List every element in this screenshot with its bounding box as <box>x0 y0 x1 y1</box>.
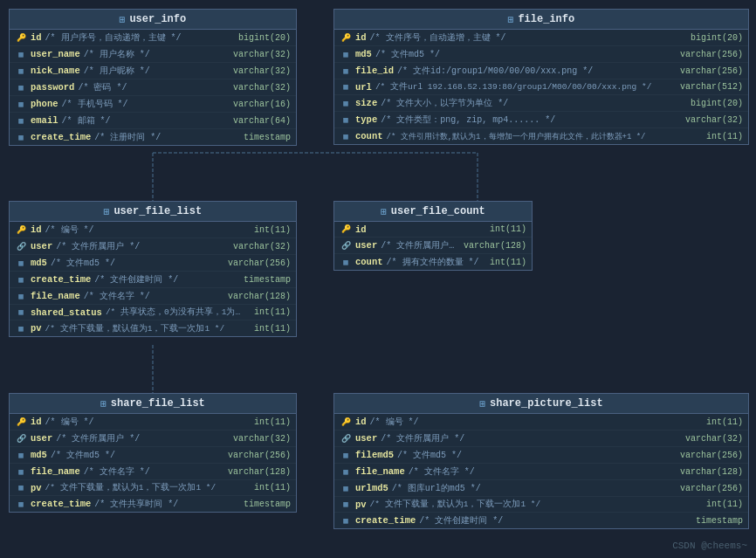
table-row: ▦ user_name /* 用户名称 */ varchar(32) <box>10 46 296 63</box>
table-share-picture-list-header: ⊞ share_picture_list <box>334 394 748 414</box>
table-row: ▦ url /* 文件url 192.168.52.139:80/group1/… <box>334 79 748 95</box>
table-title: share_picture_list <box>490 397 603 410</box>
col-icon: ▦ <box>15 49 27 59</box>
table-title: user_file_count <box>391 205 485 217</box>
col-icon: ▦ <box>340 49 352 59</box>
table-header-icon: ⊞ <box>381 206 387 217</box>
table-row: ▦ count /* 文件引用计数,默认为1，每增加一个用户拥有此文件，此计数器… <box>334 128 748 144</box>
table-header-icon: ⊞ <box>104 206 110 217</box>
table-header-icon: ⊞ <box>100 398 107 410</box>
table-row: 🔑 id /* 编号 */ int(11) <box>10 414 296 431</box>
table-header-icon: ⊞ <box>120 14 126 25</box>
col-icon: ▦ <box>340 257 352 267</box>
table-share-picture-list: ⊞ share_picture_list 🔑 id /* 编号 */ int(1… <box>333 393 749 529</box>
col-icon: ▦ <box>340 483 352 493</box>
table-file-info: ⊞ file_info 🔑 id /* 文件序号，自动递增，主键 */ bigi… <box>333 9 749 145</box>
col-icon: ▦ <box>15 483 27 493</box>
col-icon: ▦ <box>340 466 352 477</box>
table-share-file-list-header: ⊞ share_file_list <box>10 394 296 414</box>
table-row: ▦ pv /* 文件下载量，默认为1，下载一次加1 */ int(11) <box>334 497 748 513</box>
table-header-icon: ⊞ <box>508 14 514 25</box>
pk-icon: 🔑 <box>15 32 27 43</box>
pk-icon: 🔑 <box>15 224 27 235</box>
col-icon: ▦ <box>15 499 27 509</box>
pk-icon: 🔑 <box>340 32 352 43</box>
col-icon: ▦ <box>15 115 27 126</box>
col-icon: ▦ <box>15 323 27 334</box>
fk-icon: 🔗 <box>340 240 352 251</box>
table-title: user_file_list <box>113 205 202 217</box>
col-icon: ▦ <box>340 98 352 108</box>
table-row: ▦ password /* 密码 */ varchar(32) <box>10 79 296 96</box>
col-icon: ▦ <box>15 450 27 460</box>
table-row: ▦ file_name /* 文件名字 */ varchar(128) <box>10 464 296 480</box>
table-row: ▦ urlmd5 /* 图库url的md5 */ varchar(256) <box>334 480 748 497</box>
pk-icon: 🔑 <box>340 417 352 427</box>
col-icon: ▦ <box>15 307 27 318</box>
table-row: ▦ size /* 文件大小，以字节为单位 */ bigint(20) <box>334 95 748 112</box>
col-icon: ▦ <box>15 291 27 301</box>
table-row: ▦ filemd5 /* 文件md5 */ varchar(256) <box>334 447 748 464</box>
table-user-file-count-header: ⊞ user_file_count <box>334 202 532 222</box>
col-icon: ▦ <box>15 132 27 142</box>
fk-icon: 🔗 <box>15 241 27 251</box>
table-row: ▦ count /* 拥有文件的数量 */ int(11) <box>334 254 532 270</box>
table-row: 🔑 id /* 编号 */ int(11) <box>10 222 296 238</box>
table-file-info-header: ⊞ file_info <box>334 10 748 30</box>
col-icon: ▦ <box>340 450 352 460</box>
fk-icon: 🔗 <box>340 433 352 444</box>
table-title: user_info <box>129 13 186 25</box>
table-user-file-list-header: ⊞ user_file_list <box>10 202 296 222</box>
col-icon: ▦ <box>340 515 352 526</box>
table-row: ▦ create_time /* 文件创建时间 */ timestamp <box>10 272 296 288</box>
table-row: 🔗 user /* 文件所属用户 */ varchar(128) <box>334 238 532 254</box>
table-row: ▦ pv /* 文件下载量，默认值为1，下载一次加1 */ int(11) <box>10 320 296 336</box>
table-row: ▦ md5 /* 文件md5 */ varchar(256) <box>10 255 296 272</box>
col-icon: ▦ <box>15 466 27 477</box>
col-icon: ▦ <box>15 258 27 268</box>
table-row: ▦ md5 /* 文件md5 */ varchar(256) <box>334 46 748 63</box>
table-user-info-header: ⊞ user_info <box>10 10 296 30</box>
table-row: ▦ create_time /* 文件共享时间 */ timestamp <box>10 496 296 512</box>
table-user-file-count: ⊞ user_file_count 🔑 id int(11) 🔗 user /*… <box>333 201 533 271</box>
col-icon: ▦ <box>340 65 352 76</box>
table-row: ▦ phone /* 手机号码 */ varchar(16) <box>10 96 296 113</box>
table-row: ▦ file_name /* 文件名字 */ varchar(128) <box>334 464 748 480</box>
table-row: ▦ create_time /* 文件创建时间 */ timestamp <box>334 513 748 528</box>
table-row: 🔑 id /* 文件序号，自动递增，主键 */ bigint(20) <box>334 30 748 46</box>
col-icon: ▦ <box>15 274 27 285</box>
table-row: ▦ create_time /* 注册时间 */ timestamp <box>10 129 296 145</box>
table-title: file_info <box>518 13 574 25</box>
table-row: ▦ file_id /* 文件id:/group1/M00/00/00/xxx.… <box>334 63 748 79</box>
table-row: 🔑 id int(11) <box>334 222 532 238</box>
col-icon: ▦ <box>15 99 27 109</box>
table-row: 🔗 user /* 文件所属用户 */ varchar(32) <box>10 238 296 255</box>
table-row: ▦ file_name /* 文件名字 */ varchar(128) <box>10 288 296 305</box>
watermark: CSDN @cheems~ <box>672 541 747 551</box>
table-user-file-list: ⊞ user_file_list 🔑 id /* 编号 */ int(11) 🔗… <box>9 201 297 337</box>
pk-icon: 🔑 <box>15 417 27 427</box>
table-row: 🔗 user /* 文件所属用户 */ varchar(32) <box>334 431 748 447</box>
col-icon: ▦ <box>15 65 27 76</box>
col-icon: ▦ <box>340 131 352 141</box>
col-icon: ▦ <box>340 82 352 93</box>
table-header-icon: ⊞ <box>479 398 485 410</box>
table-row: ▦ md5 /* 文件md5 */ varchar(256) <box>10 447 296 464</box>
table-row: ▦ shared_status /* 共享状态，0为没有共享，1为共享 */ i… <box>10 305 296 320</box>
pk-icon: 🔑 <box>340 224 352 235</box>
table-title: share_file_list <box>111 397 205 410</box>
col-icon: ▦ <box>15 82 27 93</box>
col-icon: ▦ <box>340 499 352 510</box>
col-icon: ▦ <box>340 114 352 125</box>
table-row: ▦ pv /* 文件下载量，默认为1，下载一次加1 */ int(11) <box>10 480 296 496</box>
table-row: 🔑 id /* 用户序号，自动递增，主键 */ bigint(20) <box>10 30 296 46</box>
table-row: ▦ type /* 文件类型：png, zip, mp4...... */ va… <box>334 112 748 128</box>
table-row: 🔗 user /* 文件所属用户 */ varchar(32) <box>10 431 296 447</box>
table-row: ▦ nick_name /* 用户昵称 */ varchar(32) <box>10 63 296 79</box>
table-user-info: ⊞ user_info 🔑 id /* 用户序号，自动递增，主键 */ bigi… <box>9 9 297 146</box>
fk-icon: 🔗 <box>15 433 27 444</box>
main-canvas: ⊞ user_info 🔑 id /* 用户序号，自动递增，主键 */ bigi… <box>0 0 756 558</box>
table-row: 🔑 id /* 编号 */ int(11) <box>334 414 748 431</box>
table-share-file-list: ⊞ share_file_list 🔑 id /* 编号 */ int(11) … <box>9 393 297 513</box>
table-row: ▦ email /* 邮箱 */ varchar(64) <box>10 113 296 129</box>
